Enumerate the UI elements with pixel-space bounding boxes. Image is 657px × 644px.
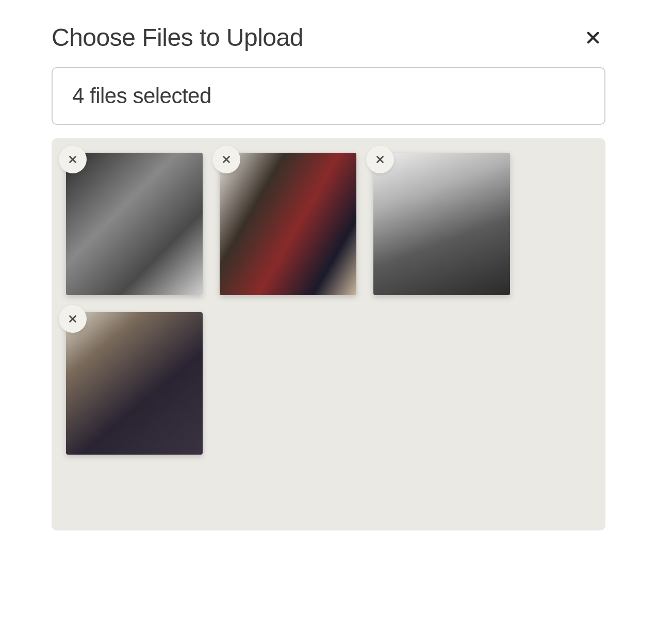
thumbnail-grid bbox=[52, 138, 605, 530]
remove-thumbnail-button[interactable] bbox=[366, 146, 394, 173]
remove-icon bbox=[67, 313, 78, 325]
thumbnail-image bbox=[66, 153, 203, 295]
remove-icon bbox=[67, 154, 78, 165]
thumbnail-image bbox=[220, 153, 356, 295]
remove-icon bbox=[221, 154, 232, 165]
thumbnail-image bbox=[373, 153, 510, 295]
remove-thumbnail-button[interactable] bbox=[59, 305, 87, 333]
thumbnail-item bbox=[220, 153, 356, 295]
thumbnail-item bbox=[66, 153, 203, 295]
remove-thumbnail-button[interactable] bbox=[212, 146, 240, 173]
thumbnail-image bbox=[66, 312, 203, 455]
thumbnail-item bbox=[66, 312, 203, 455]
remove-thumbnail-button[interactable] bbox=[59, 146, 87, 173]
close-icon bbox=[585, 29, 601, 46]
thumbnail-item bbox=[373, 153, 510, 295]
dialog-header: Choose Files to Upload bbox=[52, 23, 605, 52]
file-select-input[interactable]: 4 files selected bbox=[52, 67, 605, 125]
remove-icon bbox=[374, 154, 386, 165]
upload-dialog: Choose Files to Upload 4 files selected bbox=[52, 23, 605, 530]
close-button[interactable] bbox=[581, 25, 605, 50]
file-select-status: 4 files selected bbox=[72, 84, 211, 108]
dialog-title: Choose Files to Upload bbox=[52, 23, 303, 52]
